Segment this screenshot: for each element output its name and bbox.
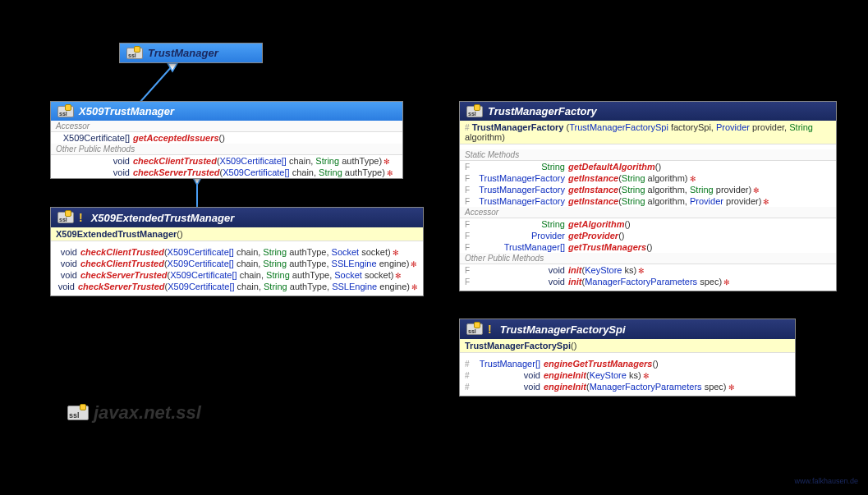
package-label: ssl javax.net.ssl — [67, 402, 201, 424]
method-row: void checkServerTrusted (X509Certificate… — [51, 167, 402, 178]
class-header: ssl ! TrustManagerFactorySpi — [460, 319, 795, 339]
class-trustmanagerfactoryspi: ssl ! TrustManagerFactorySpi TrustManage… — [459, 319, 796, 396]
class-trustmanager: ssl TrustManager — [119, 43, 263, 63]
abstract-marker: ! — [488, 323, 492, 336]
class-header: ssl TrustManagerFactory — [460, 102, 836, 121]
method-row: void checkClientTrusted (X509Certificate… — [51, 155, 402, 167]
method-row: #void engineInit (KeyStore ks)✻ — [460, 369, 795, 381]
class-title: X509TrustManager — [79, 105, 174, 117]
method-row: Fvoid init (ManagerFactoryParameters spe… — [460, 276, 836, 287]
section-accessor: Accessor — [460, 207, 836, 218]
ssl-icon: ssl — [466, 323, 483, 335]
method-row: void checkServerTrusted (X509Certificate… — [51, 269, 423, 281]
constructor-row: TrustManagerFactorySpi() — [460, 339, 795, 353]
class-x509trustmanager: ssl X509TrustManager Accessor X509Certif… — [50, 101, 403, 179]
throws-icon: ✻ — [383, 158, 390, 166]
method-row: FString getAlgorithm() — [460, 218, 836, 230]
class-x509extendedtrustmanager: ssl ! X509ExtendedTrustManager X509Exten… — [50, 207, 424, 296]
method-row: void checkServerTrusted (X509Certificate… — [51, 281, 423, 292]
ssl-icon: ssl — [126, 48, 143, 59]
class-title: TrustManagerFactorySpi — [500, 323, 626, 336]
class-title: X509ExtendedTrustManager — [91, 212, 235, 224]
class-title: TrustManager — [148, 47, 218, 59]
section-static: Static Methods — [460, 149, 836, 161]
section-accessor: Accessor — [51, 121, 402, 132]
throws-icon: ✻ — [387, 169, 393, 177]
ssl-icon: ssl — [67, 406, 89, 420]
svg-marker-1 — [168, 63, 177, 71]
svg-line-0 — [140, 66, 172, 103]
class-title: TrustManagerFactory — [488, 105, 597, 117]
section-other: Other Public Methods — [51, 144, 402, 155]
method-row: X509Certificate[] getAcceptedIssuers () — [51, 132, 402, 144]
method-row: FTrustManagerFactory getInstance (String… — [460, 184, 836, 195]
constructor-row: X509ExtendedTrustManager() — [51, 227, 423, 241]
class-header: ssl TrustManager — [120, 44, 262, 62]
class-header: ssl X509TrustManager — [51, 102, 402, 121]
method-row: #void engineInit (ManagerFactoryParamete… — [460, 381, 795, 392]
method-row: FString getDefaultAlgorithm() — [460, 161, 836, 172]
ssl-icon: ssl — [466, 106, 483, 117]
method-row: void checkClientTrusted (X509Certificate… — [51, 258, 423, 269]
package-name: javax.net.ssl — [94, 402, 201, 424]
class-header: ssl ! X509ExtendedTrustManager — [51, 208, 423, 227]
method-row: Fvoid init (KeyStore ks)✻ — [460, 264, 836, 276]
method-row: #TrustManager[] engineGetTrustManagers() — [460, 358, 795, 369]
method-row: FTrustManagerFactory getInstance (String… — [460, 172, 836, 184]
constructor-row: # TrustManagerFactory (TrustManagerFacto… — [460, 121, 836, 144]
method-row: FProvider getProvider() — [460, 230, 836, 241]
class-trustmanagerfactory: ssl TrustManagerFactory # TrustManagerFa… — [459, 101, 837, 291]
method-row: FTrustManagerFactory getInstance (String… — [460, 195, 836, 207]
abstract-marker: ! — [79, 211, 83, 224]
method-row: void checkClientTrusted (X509Certificate… — [51, 246, 423, 258]
footer-link[interactable]: www.falkhausen.de — [794, 477, 858, 485]
ssl-icon: ssl — [57, 212, 74, 223]
section-other: Other Public Methods — [460, 253, 836, 264]
ssl-icon: ssl — [57, 106, 74, 117]
method-row: FTrustManager[] getTrustManagers() — [460, 241, 836, 253]
